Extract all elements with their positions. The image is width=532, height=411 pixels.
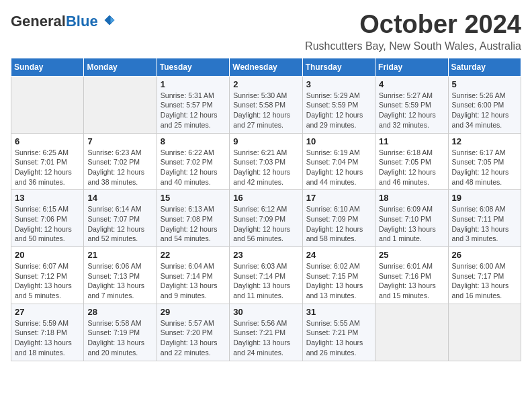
day-info: Sunrise: 6:03 AM Sunset: 7:14 PM Dayligh… — [233, 261, 298, 301]
calendar-cell: 28Sunrise: 5:58 AM Sunset: 7:19 PM Dayli… — [84, 304, 157, 361]
day-number: 13 — [15, 193, 80, 203]
day-info: Sunrise: 6:04 AM Sunset: 7:14 PM Dayligh… — [161, 261, 226, 301]
calendar-cell: 9Sunrise: 6:21 AM Sunset: 7:03 PM Daylig… — [230, 133, 302, 190]
calendar-cell: 15Sunrise: 6:13 AM Sunset: 7:08 PM Dayli… — [157, 190, 229, 247]
day-number: 23 — [233, 250, 298, 260]
calendar-cell: 14Sunrise: 6:14 AM Sunset: 7:07 PM Dayli… — [84, 190, 157, 247]
calendar-cell: 11Sunrise: 6:18 AM Sunset: 7:05 PM Dayli… — [375, 133, 448, 190]
month-title: October 2024 — [305, 11, 521, 39]
day-info: Sunrise: 6:00 AM Sunset: 7:17 PM Dayligh… — [452, 261, 517, 301]
day-info: Sunrise: 6:09 AM Sunset: 7:10 PM Dayligh… — [379, 204, 444, 244]
day-info: Sunrise: 6:13 AM Sunset: 7:08 PM Dayligh… — [161, 204, 226, 244]
calendar-table: SundayMondayTuesdayWednesdayThursdayFrid… — [11, 58, 521, 361]
day-number: 11 — [379, 136, 444, 146]
day-number: 2 — [233, 79, 298, 89]
day-number: 19 — [452, 193, 517, 203]
day-info: Sunrise: 6:15 AM Sunset: 7:06 PM Dayligh… — [15, 204, 80, 244]
calendar-body: 1Sunrise: 5:31 AM Sunset: 5:57 PM Daylig… — [11, 76, 521, 361]
calendar-cell: 29Sunrise: 5:57 AM Sunset: 7:20 PM Dayli… — [157, 304, 229, 361]
day-number: 12 — [452, 136, 517, 146]
day-info: Sunrise: 6:12 AM Sunset: 7:09 PM Dayligh… — [233, 204, 298, 244]
title-block: October 2024 Rushcutters Bay, New South … — [305, 11, 521, 52]
day-number: 27 — [15, 307, 80, 317]
day-info: Sunrise: 5:26 AM Sunset: 6:00 PM Dayligh… — [452, 91, 517, 130]
day-info: Sunrise: 6:17 AM Sunset: 7:05 PM Dayligh… — [452, 148, 517, 187]
location-title: Rushcutters Bay, New South Wales, Austra… — [305, 40, 521, 52]
calendar-cell: 1Sunrise: 5:31 AM Sunset: 5:57 PM Daylig… — [157, 76, 229, 133]
day-info: Sunrise: 6:14 AM Sunset: 7:07 PM Dayligh… — [87, 204, 152, 244]
day-info: Sunrise: 6:22 AM Sunset: 7:02 PM Dayligh… — [161, 148, 226, 187]
day-number: 21 — [87, 250, 152, 260]
calendar-cell: 13Sunrise: 6:15 AM Sunset: 7:06 PM Dayli… — [11, 190, 84, 247]
day-info: Sunrise: 5:30 AM Sunset: 5:58 PM Dayligh… — [233, 91, 298, 130]
calendar-cell: 23Sunrise: 6:03 AM Sunset: 7:14 PM Dayli… — [230, 247, 302, 304]
calendar-cell: 2Sunrise: 5:30 AM Sunset: 5:58 PM Daylig… — [230, 76, 302, 133]
day-number: 26 — [452, 250, 517, 260]
calendar-week-3: 13Sunrise: 6:15 AM Sunset: 7:06 PM Dayli… — [11, 190, 521, 247]
calendar-cell — [375, 304, 448, 361]
calendar-cell: 17Sunrise: 6:10 AM Sunset: 7:09 PM Dayli… — [302, 190, 375, 247]
day-number: 15 — [161, 193, 226, 203]
calendar-cell: 18Sunrise: 6:09 AM Sunset: 7:10 PM Dayli… — [375, 190, 448, 247]
day-number: 8 — [161, 136, 226, 146]
day-info: Sunrise: 6:06 AM Sunset: 7:13 PM Dayligh… — [87, 261, 152, 301]
day-number: 16 — [233, 193, 298, 203]
calendar-cell: 16Sunrise: 6:12 AM Sunset: 7:09 PM Dayli… — [230, 190, 302, 247]
day-info: Sunrise: 6:25 AM Sunset: 7:01 PM Dayligh… — [15, 148, 80, 187]
day-info: Sunrise: 5:29 AM Sunset: 5:59 PM Dayligh… — [306, 91, 371, 130]
header-cell-wednesday: Wednesday — [230, 58, 302, 76]
logo-blue-text: Blue — [66, 13, 98, 30]
day-info: Sunrise: 5:27 AM Sunset: 5:59 PM Dayligh… — [379, 91, 444, 130]
day-number: 30 — [233, 307, 298, 317]
header-cell-thursday: Thursday — [302, 58, 375, 76]
calendar-cell: 20Sunrise: 6:07 AM Sunset: 7:12 PM Dayli… — [11, 247, 84, 304]
day-number: 9 — [233, 136, 298, 146]
calendar-cell: 12Sunrise: 6:17 AM Sunset: 7:05 PM Dayli… — [448, 133, 521, 190]
calendar-cell: 8Sunrise: 6:22 AM Sunset: 7:02 PM Daylig… — [157, 133, 229, 190]
day-info: Sunrise: 5:58 AM Sunset: 7:19 PM Dayligh… — [87, 318, 152, 358]
day-info: Sunrise: 5:55 AM Sunset: 7:21 PM Dayligh… — [306, 318, 371, 358]
calendar-cell: 5Sunrise: 5:26 AM Sunset: 6:00 PM Daylig… — [448, 76, 521, 133]
calendar-cell: 19Sunrise: 6:08 AM Sunset: 7:11 PM Dayli… — [448, 190, 521, 247]
calendar-cell: 3Sunrise: 5:29 AM Sunset: 5:59 PM Daylig… — [302, 76, 375, 133]
calendar-cell — [11, 76, 84, 133]
header-cell-tuesday: Tuesday — [157, 58, 229, 76]
day-number: 6 — [15, 136, 80, 146]
calendar-week-4: 20Sunrise: 6:07 AM Sunset: 7:12 PM Dayli… — [11, 247, 521, 304]
header-cell-sunday: Sunday — [11, 58, 84, 76]
calendar-cell: 25Sunrise: 6:01 AM Sunset: 7:16 PM Dayli… — [375, 247, 448, 304]
calendar-cell: 7Sunrise: 6:23 AM Sunset: 7:02 PM Daylig… — [84, 133, 157, 190]
day-info: Sunrise: 5:56 AM Sunset: 7:21 PM Dayligh… — [233, 318, 298, 358]
calendar-cell: 21Sunrise: 6:06 AM Sunset: 7:13 PM Dayli… — [84, 247, 157, 304]
day-number: 25 — [379, 250, 444, 260]
day-number: 17 — [306, 193, 371, 203]
day-number: 1 — [161, 79, 226, 89]
day-info: Sunrise: 5:57 AM Sunset: 7:20 PM Dayligh… — [161, 318, 226, 358]
calendar-cell: 10Sunrise: 6:19 AM Sunset: 7:04 PM Dayli… — [302, 133, 375, 190]
calendar-week-5: 27Sunrise: 5:59 AM Sunset: 7:18 PM Dayli… — [11, 304, 521, 361]
day-info: Sunrise: 6:23 AM Sunset: 7:02 PM Dayligh… — [87, 148, 152, 187]
calendar-cell — [84, 76, 157, 133]
page-header: GeneralBlue October 2024 Rushcutters Bay… — [11, 11, 521, 52]
calendar-cell: 22Sunrise: 6:04 AM Sunset: 7:14 PM Dayli… — [157, 247, 229, 304]
header-cell-monday: Monday — [84, 58, 157, 76]
day-info: Sunrise: 6:02 AM Sunset: 7:15 PM Dayligh… — [306, 261, 371, 301]
calendar-week-1: 1Sunrise: 5:31 AM Sunset: 5:57 PM Daylig… — [11, 76, 521, 133]
day-number: 18 — [379, 193, 444, 203]
day-number: 4 — [379, 79, 444, 89]
header-cell-saturday: Saturday — [448, 58, 521, 76]
header-cell-friday: Friday — [375, 58, 448, 76]
logo: GeneralBlue — [11, 13, 116, 30]
calendar-cell: 26Sunrise: 6:00 AM Sunset: 7:17 PM Dayli… — [448, 247, 521, 304]
day-number: 29 — [161, 307, 226, 317]
calendar-cell: 4Sunrise: 5:27 AM Sunset: 5:59 PM Daylig… — [375, 76, 448, 133]
calendar-cell: 6Sunrise: 6:25 AM Sunset: 7:01 PM Daylig… — [11, 133, 84, 190]
day-number: 10 — [306, 136, 371, 146]
logo-general-text: General — [11, 13, 66, 30]
calendar-cell: 31Sunrise: 5:55 AM Sunset: 7:21 PM Dayli… — [302, 304, 375, 361]
logo-icon — [103, 14, 116, 26]
day-info: Sunrise: 6:01 AM Sunset: 7:16 PM Dayligh… — [379, 261, 444, 301]
calendar-cell: 27Sunrise: 5:59 AM Sunset: 7:18 PM Dayli… — [11, 304, 84, 361]
day-number: 28 — [87, 307, 152, 317]
day-info: Sunrise: 6:10 AM Sunset: 7:09 PM Dayligh… — [306, 204, 371, 244]
